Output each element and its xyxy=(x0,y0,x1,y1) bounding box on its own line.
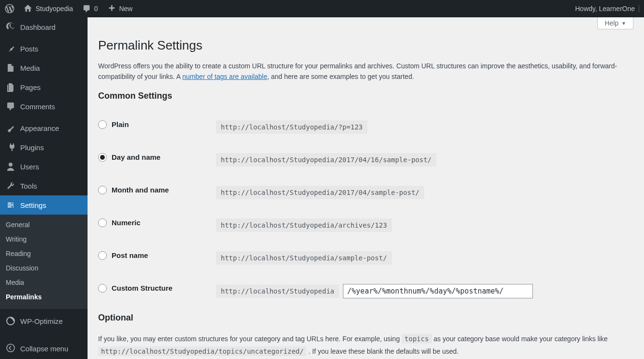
comment-icon xyxy=(82,4,91,13)
sidebar-item-media[interactable]: Media xyxy=(0,58,88,77)
users-icon xyxy=(6,162,15,171)
example-plain: http://localhost/Studyopedia/?p=123 xyxy=(216,120,367,134)
sidebar-item-plugins[interactable]: Plugins xyxy=(0,138,88,157)
code-topics: topics xyxy=(402,334,432,344)
radio-month-name[interactable] xyxy=(98,186,107,194)
example-numeric: http://localhost/Studyopedia/archives/12… xyxy=(216,218,392,232)
site-name-link[interactable]: Studyopedia xyxy=(23,4,73,13)
common-settings-heading: Common Settings xyxy=(98,91,633,101)
admin-toolbar: Studyopedia 0 New Howdy, LearnerOne xyxy=(0,0,644,17)
pages-icon xyxy=(6,82,15,92)
new-label: New xyxy=(119,5,133,13)
radio-day-name[interactable] xyxy=(98,153,107,162)
tags-link[interactable]: number of tags are available xyxy=(182,73,267,80)
custom-structure-input[interactable] xyxy=(343,284,533,298)
site-name: Studyopedia xyxy=(36,5,73,13)
submenu-general[interactable]: General xyxy=(0,218,88,232)
sidebar-item-settings[interactable]: Settings xyxy=(0,195,88,215)
custom-base: http://localhost/Studyopedia xyxy=(216,284,339,298)
optional-heading: Optional xyxy=(98,313,633,323)
page-title: Permalink Settings xyxy=(98,38,633,53)
sidebar-item-pages[interactable]: Pages xyxy=(0,77,88,97)
settings-icon xyxy=(6,200,15,210)
sidebar-item-wp-optimize[interactable]: WP-Optimize xyxy=(0,311,88,331)
user-greeting[interactable]: Howdy, LearnerOne xyxy=(575,5,639,13)
intro-text: WordPress offers you the ability to crea… xyxy=(98,61,633,82)
collapse-menu[interactable]: Collapse menu xyxy=(0,338,88,359)
brush-icon xyxy=(6,123,15,133)
option-numeric[interactable]: Numeric xyxy=(98,218,211,227)
option-custom[interactable]: Custom Structure xyxy=(98,284,211,293)
submenu-permalinks[interactable]: Permalinks xyxy=(0,290,88,304)
plus-icon xyxy=(107,4,116,13)
collapse-icon xyxy=(6,343,15,354)
admin-sidebar: Dashboard Posts Media Pages Comments App… xyxy=(0,17,88,359)
option-post-name[interactable]: Post name xyxy=(98,251,211,260)
help-tab[interactable]: Help ▼ xyxy=(597,17,633,29)
submenu-reading[interactable]: Reading xyxy=(0,246,88,261)
sidebar-item-appearance[interactable]: Appearance xyxy=(0,118,88,138)
radio-numeric[interactable] xyxy=(98,218,107,227)
main-content: Help ▼ Permalink Settings WordPress offe… xyxy=(88,17,644,359)
new-link[interactable]: New xyxy=(107,4,133,13)
example-day-name: http://localhost/Studyopedia/2017/04/16/… xyxy=(216,153,436,167)
plugin-icon xyxy=(6,142,15,152)
optimize-icon xyxy=(6,316,15,326)
radio-custom[interactable] xyxy=(98,284,107,293)
comment-icon xyxy=(6,102,15,111)
option-month-name[interactable]: Month and name xyxy=(98,186,211,194)
submenu-discussion[interactable]: Discussion xyxy=(0,261,88,275)
wp-logo[interactable] xyxy=(5,4,14,13)
sidebar-item-users[interactable]: Users xyxy=(0,157,88,176)
submenu-media[interactable]: Media xyxy=(0,275,88,290)
code-example-url: http://localhost/Studyopedia/topics/unca… xyxy=(98,346,306,356)
comments-link[interactable]: 0 xyxy=(82,4,98,13)
dashboard-icon xyxy=(6,22,15,32)
media-icon xyxy=(6,63,15,73)
caret-down-icon: ▼ xyxy=(621,21,626,26)
permalink-options: Plain http://localhost/Studyopedia/?p=12… xyxy=(98,111,633,308)
option-day-name[interactable]: Day and name xyxy=(98,153,211,162)
example-post-name: http://localhost/Studyopedia/sample-post… xyxy=(216,251,392,265)
sidebar-item-tools[interactable]: Tools xyxy=(0,176,88,195)
submenu-writing[interactable]: Writing xyxy=(0,232,88,246)
radio-plain[interactable] xyxy=(98,120,107,129)
pin-icon xyxy=(6,44,15,53)
option-plain[interactable]: Plain xyxy=(98,120,211,129)
settings-submenu: General Writing Reading Discussion Media… xyxy=(0,215,88,309)
optional-text: If you like, you may enter custom struct… xyxy=(98,333,633,358)
svg-point-1 xyxy=(7,344,14,352)
comment-count: 0 xyxy=(94,5,98,13)
wrench-icon xyxy=(6,181,15,191)
sidebar-item-comments[interactable]: Comments xyxy=(0,97,88,116)
sidebar-item-posts[interactable]: Posts xyxy=(0,39,88,58)
radio-post-name[interactable] xyxy=(98,251,107,260)
sidebar-item-dashboard[interactable]: Dashboard xyxy=(0,17,88,37)
home-icon xyxy=(23,4,33,13)
example-month-name: http://localhost/Studyopedia/2017/04/sam… xyxy=(216,186,424,199)
